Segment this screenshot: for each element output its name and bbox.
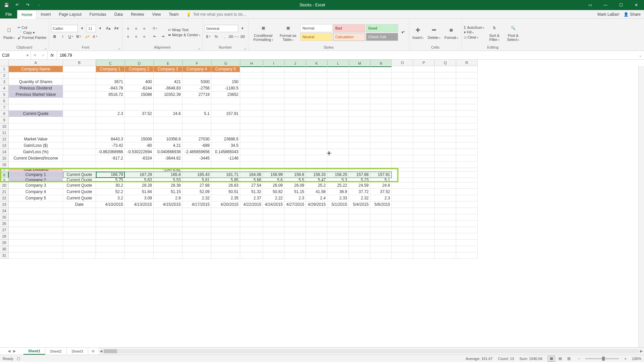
cell[interactable] xyxy=(392,233,413,240)
cell[interactable]: 4/24/2015 xyxy=(263,201,284,208)
cell[interactable]: 158.33 xyxy=(306,172,327,178)
cell[interactable] xyxy=(392,201,413,208)
cell[interactable]: 2.37 xyxy=(240,195,263,201)
cell[interactable] xyxy=(63,104,96,111)
cell[interactable] xyxy=(284,123,306,130)
cell[interactable] xyxy=(211,208,240,214)
cell[interactable]: 37.72 xyxy=(349,189,370,195)
cell[interactable] xyxy=(154,208,182,214)
cell[interactable] xyxy=(182,227,211,233)
row-header[interactable]: 30 xyxy=(0,246,9,252)
cell[interactable] xyxy=(263,155,284,162)
cell[interactable]: 4/13/2015 xyxy=(125,201,154,208)
cell[interactable] xyxy=(435,149,456,155)
cell[interactable]: -73.42 xyxy=(96,142,125,149)
cell[interactable]: 8443.3 xyxy=(96,136,125,142)
cell[interactable]: 5.53 xyxy=(154,178,182,182)
cell[interactable] xyxy=(125,240,154,246)
zoom-in-icon[interactable]: + xyxy=(624,357,626,361)
cell[interactable] xyxy=(456,98,478,104)
cell[interactable]: Current Quote xyxy=(63,182,96,189)
cell[interactable] xyxy=(240,155,263,162)
enter-fx-icon[interactable]: ✓ xyxy=(42,53,45,58)
zoom-slider[interactable] xyxy=(585,358,619,359)
cell[interactable]: 52.09 xyxy=(182,189,211,195)
cell[interactable] xyxy=(211,104,240,111)
cell[interactable] xyxy=(435,98,456,104)
cell[interactable] xyxy=(240,233,263,240)
cell[interactable]: -3648.83 xyxy=(154,85,182,92)
find-select-button[interactable]: 🔍Find & Select xyxy=(504,23,522,42)
view-page-layout-icon[interactable]: ▤ xyxy=(556,356,564,362)
cell[interactable] xyxy=(456,168,478,172)
cell[interactable] xyxy=(263,214,284,221)
cell[interactable]: 165.8 xyxy=(154,172,182,178)
cell[interactable] xyxy=(240,208,263,214)
style-normal[interactable]: Normal xyxy=(300,24,332,32)
formula-expand-icon[interactable]: ⌄ xyxy=(637,51,644,59)
cell[interactable]: Company 5 xyxy=(211,66,240,72)
cell[interactable] xyxy=(456,233,478,240)
cell[interactable] xyxy=(456,246,478,252)
wrap-text-button[interactable]: ↩ Wrap Text xyxy=(168,28,200,32)
cell[interactable] xyxy=(392,227,413,233)
alignment-launcher-icon[interactable]: ⤢ xyxy=(198,47,201,51)
cell[interactable] xyxy=(63,142,96,149)
cell[interactable]: 24.6 xyxy=(370,182,392,189)
cell[interactable] xyxy=(125,98,154,104)
row-header[interactable]: 25 xyxy=(0,214,9,221)
cell[interactable] xyxy=(456,155,478,162)
cell[interactable] xyxy=(63,168,96,172)
cell[interactable] xyxy=(63,117,96,123)
cell[interactable] xyxy=(154,233,182,240)
cell[interactable] xyxy=(456,189,478,195)
cell[interactable] xyxy=(327,221,349,227)
cell[interactable] xyxy=(96,104,125,111)
cell[interactable] xyxy=(284,155,306,162)
cell[interactable] xyxy=(263,240,284,246)
cell[interactable] xyxy=(435,208,456,214)
row-header[interactable]: 4 xyxy=(0,85,9,92)
inc-decimal-icon[interactable]: .00→ xyxy=(229,33,236,40)
cell[interactable] xyxy=(284,117,306,123)
view-normal-icon[interactable]: ▦ xyxy=(548,356,555,362)
maximize-icon[interactable]: ☐ xyxy=(613,0,629,10)
cell[interactable] xyxy=(327,142,349,149)
cell[interactable]: 5300 xyxy=(182,79,211,85)
col-header-B[interactable]: B xyxy=(63,60,96,66)
cell[interactable] xyxy=(96,240,125,246)
cell[interactable] xyxy=(349,233,370,240)
formula-input[interactable]: 166.79 xyxy=(57,51,637,59)
cell[interactable] xyxy=(435,221,456,227)
cell[interactable]: 27030 xyxy=(182,136,211,142)
cell[interactable]: 157.91 xyxy=(370,172,392,178)
cell[interactable] xyxy=(413,98,435,104)
cell[interactable]: 5.47 xyxy=(306,178,327,182)
cell[interactable] xyxy=(327,92,349,98)
cell[interactable] xyxy=(327,233,349,240)
cell[interactable]: 51.15 xyxy=(284,189,306,195)
zoom-out-icon[interactable]: − xyxy=(578,357,580,361)
cell[interactable] xyxy=(435,252,456,259)
align-center-icon[interactable]: ≡ xyxy=(132,33,140,40)
col-header-O[interactable]: O xyxy=(392,60,413,66)
cell[interactable] xyxy=(306,214,327,221)
row-header[interactable]: 29 xyxy=(0,240,9,246)
cell[interactable] xyxy=(284,142,306,149)
cell[interactable] xyxy=(284,72,306,79)
cell[interactable] xyxy=(392,162,413,168)
col-header-Q[interactable]: Q xyxy=(435,60,456,66)
cell[interactable] xyxy=(263,66,284,72)
cell[interactable] xyxy=(370,111,392,117)
cell[interactable] xyxy=(96,168,125,172)
font-color-button[interactable]: A xyxy=(91,33,99,40)
cell[interactable] xyxy=(240,79,263,85)
row-header[interactable]: 7 xyxy=(0,168,9,172)
cell[interactable] xyxy=(435,162,456,168)
cell[interactable] xyxy=(370,85,392,92)
cell[interactable] xyxy=(154,252,182,259)
cell[interactable] xyxy=(125,227,154,233)
cell[interactable]: -3644.62 xyxy=(154,155,182,162)
cell[interactable] xyxy=(456,195,478,201)
cell[interactable] xyxy=(9,252,63,259)
